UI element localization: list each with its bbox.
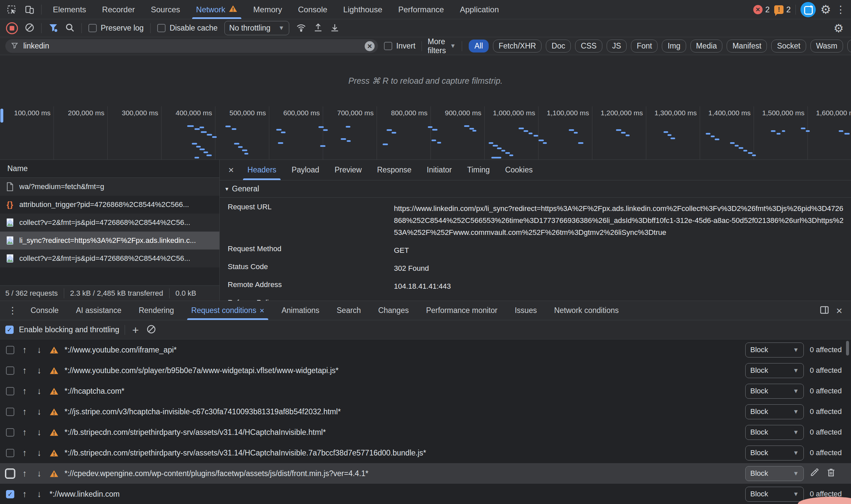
pattern-enabled-checkbox[interactable] — [6, 366, 14, 375]
drawer-tab-changes[interactable]: Changes — [370, 301, 418, 320]
scrollbar-thumb[interactable] — [846, 341, 849, 356]
blocked-pattern-row[interactable]: ↑ ↓ *://www.youtube.com/s/player/b95b0e7… — [0, 360, 851, 381]
filter-chip-wasm[interactable]: Wasm — [811, 39, 843, 53]
ai-assistance-icon[interactable]: ✦ — [800, 2, 816, 17]
move-up-icon[interactable]: ↑ — [20, 448, 29, 458]
request-row[interactable]: wa/?medium=fetch&fmt=g — [0, 178, 219, 196]
tab-memory[interactable]: Memory — [245, 0, 290, 19]
drawer-tab-ai-assistance[interactable]: AI assistance — [67, 301, 130, 320]
pattern-action-select[interactable]: Block ▼ — [745, 466, 804, 481]
move-up-icon[interactable]: ↑ — [20, 427, 29, 437]
filter-input[interactable]: linkedin × — [5, 39, 378, 53]
console-warning-count[interactable]: ! 2 — [774, 5, 791, 14]
filter-chip-socket[interactable]: Socket — [771, 39, 806, 53]
pattern-action-select[interactable]: Block ▼ — [745, 487, 804, 502]
pattern-enabled-checkbox[interactable] — [6, 449, 14, 457]
move-down-icon[interactable]: ↓ — [35, 386, 43, 396]
device-toolbar-icon[interactable] — [24, 5, 35, 15]
blocked-pattern-row[interactable]: ↑ ↓ *://b.stripecdn.com/stripethirdparty… — [0, 422, 851, 443]
move-up-icon[interactable]: ↑ — [20, 365, 29, 376]
filter-chip-fetch-xhr[interactable]: Fetch/XHR — [493, 39, 542, 53]
pattern-enabled-checkbox[interactable] — [6, 408, 14, 416]
invert-filter-checkbox[interactable]: Invert — [384, 41, 415, 51]
more-options-icon[interactable]: ⋮ — [836, 5, 846, 15]
export-har-icon[interactable] — [313, 23, 323, 34]
drawer-tab-animations[interactable]: Animations — [273, 301, 328, 320]
tab-application[interactable]: Application — [452, 0, 507, 19]
filter-chip-media[interactable]: Media — [690, 39, 723, 53]
record-network-log-button[interactable] — [6, 22, 18, 34]
pattern-enabled-checkbox[interactable] — [6, 469, 14, 478]
pattern-enabled-checkbox[interactable] — [6, 346, 14, 354]
drawer-more-tools-icon[interactable]: ⋮ — [3, 305, 22, 316]
preserve-log-checkbox[interactable]: Preserve log — [88, 23, 144, 33]
filter-chip-other[interactable]: Other — [847, 39, 851, 53]
pattern-action-select[interactable]: Block ▼ — [745, 425, 804, 440]
network-conditions-icon[interactable] — [296, 23, 306, 34]
general-section-header[interactable]: ▼ General — [220, 180, 851, 197]
close-drawer-icon[interactable]: × — [836, 305, 843, 316]
console-error-count[interactable]: × 2 — [753, 5, 769, 14]
drawer-tab-performance-monitor[interactable]: Performance monitor — [418, 301, 506, 320]
request-row[interactable]: collect?v=2&fmt=js&pid=4726868%2C8544%2C… — [0, 214, 219, 232]
pattern-action-select[interactable]: Block ▼ — [745, 363, 804, 378]
blocked-pattern-row[interactable]: ↑ ↓ *://www.youtube.com/iframe_api* Bloc… — [0, 340, 851, 360]
filter-chip-manifest[interactable]: Manifest — [727, 39, 767, 53]
clear-filter-icon[interactable]: × — [365, 41, 375, 51]
filter-chip-img[interactable]: Img — [662, 39, 686, 53]
name-column-header[interactable]: Name — [0, 160, 219, 178]
network-settings-gear-icon[interactable]: ⚙ — [834, 23, 844, 34]
disable-cache-checkbox[interactable]: Disable cache — [157, 23, 217, 33]
move-down-icon[interactable]: ↓ — [35, 489, 43, 499]
pattern-action-select[interactable]: Block ▼ — [745, 404, 804, 419]
request-row[interactable]: collect?v=2&fmt=js&pid=4726868%2C8544%2C… — [0, 250, 219, 267]
blocked-pattern-row[interactable]: ↑ ↓ *://cpedev.wpengine.com/wp-content/p… — [0, 463, 851, 484]
blocked-pattern-row[interactable]: ↑ ↓ *://js.stripe.com/v3/hcaptcha-invisi… — [0, 401, 851, 422]
close-tab-icon[interactable]: × — [260, 306, 264, 315]
move-up-icon[interactable]: ↑ — [20, 386, 29, 396]
blocked-pattern-row[interactable]: ↑ ↓ *://b.stripecdn.com/stripethirdparty… — [0, 443, 851, 463]
details-tab-payload[interactable]: Payload — [284, 160, 327, 180]
details-tab-response[interactable]: Response — [369, 160, 419, 180]
throttling-select[interactable]: No throttling ▼ — [224, 21, 289, 35]
move-up-icon[interactable]: ↑ — [20, 345, 29, 355]
move-up-icon[interactable]: ↑ — [20, 468, 29, 479]
move-up-icon[interactable]: ↑ — [20, 407, 29, 417]
tab-lighthouse[interactable]: Lighthouse — [335, 0, 390, 19]
move-down-icon[interactable]: ↓ — [35, 345, 43, 355]
close-details-icon[interactable]: × — [223, 165, 240, 176]
move-down-icon[interactable]: ↓ — [35, 427, 43, 437]
remove-all-patterns-icon[interactable] — [146, 324, 156, 336]
move-down-icon[interactable]: ↓ — [35, 407, 43, 417]
pattern-enabled-checkbox[interactable] — [6, 490, 14, 498]
dock-side-icon[interactable] — [819, 305, 829, 316]
move-down-icon[interactable]: ↓ — [35, 448, 43, 458]
drawer-tab-rendering[interactable]: Rendering — [130, 301, 182, 320]
tab-recorder[interactable]: Recorder — [94, 0, 143, 19]
drawer-tab-network-conditions[interactable]: Network conditions — [546, 301, 627, 320]
clear-network-log-button[interactable] — [24, 23, 35, 34]
tab-network[interactable]: Network — [188, 0, 245, 19]
blocked-pattern-row[interactable]: ↑ ↓ *://www.linkedin.com Block ▼ 0 affec… — [0, 484, 851, 504]
details-tab-timing[interactable]: Timing — [459, 160, 497, 180]
request-row[interactable]: li_sync?redirect=https%3A%2F%2Fpx.ads.li… — [0, 232, 219, 250]
filter-chip-font[interactable]: Font — [631, 39, 658, 53]
filter-chip-css[interactable]: CSS — [575, 39, 602, 53]
filter-chip-all[interactable]: All — [469, 39, 489, 53]
pattern-action-select[interactable]: Block ▼ — [745, 343, 804, 358]
tab-sources[interactable]: Sources — [143, 0, 188, 19]
pattern-enabled-checkbox[interactable] — [6, 387, 14, 395]
details-tab-preview[interactable]: Preview — [327, 160, 369, 180]
details-tab-headers[interactable]: Headers — [240, 160, 284, 180]
network-overview-timeline[interactable]: 100,000 ms 200,000 ms 300,000 ms 400,000… — [0, 106, 851, 160]
search-icon[interactable] — [65, 23, 75, 34]
import-har-icon[interactable] — [330, 23, 340, 34]
pattern-action-select[interactable]: Block ▼ — [745, 384, 804, 399]
move-down-icon[interactable]: ↓ — [35, 468, 43, 479]
pattern-enabled-checkbox[interactable] — [6, 428, 14, 436]
blocked-pattern-row[interactable]: ↑ ↓ *://hcaptcha.com* Block ▼ 0 affected — [0, 381, 851, 401]
filter-chip-doc[interactable]: Doc — [546, 39, 571, 53]
edit-pattern-icon[interactable] — [810, 468, 819, 479]
tab-elements[interactable]: Elements — [45, 0, 94, 19]
overview-scroll-handle[interactable] — [0, 108, 4, 123]
